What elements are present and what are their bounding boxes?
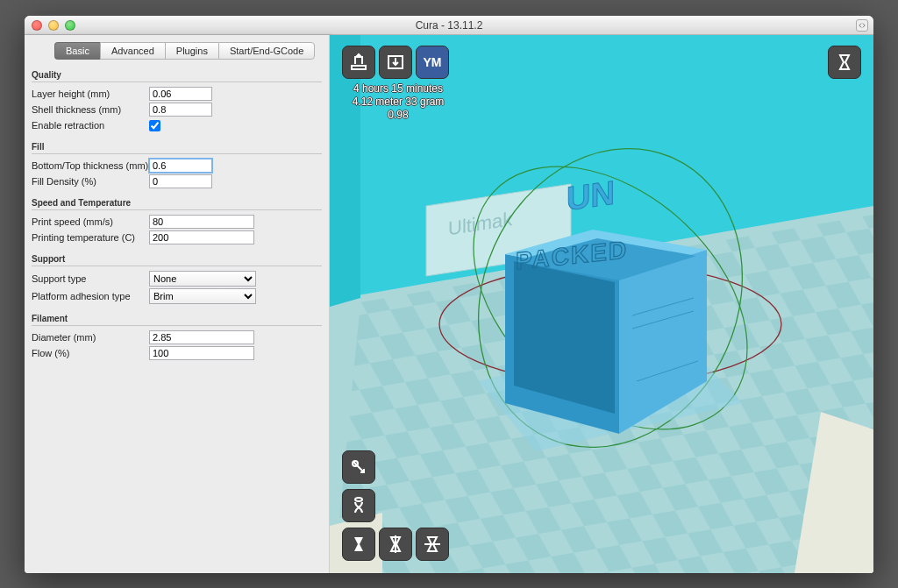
window-title: Cura - 13.11.2 bbox=[25, 19, 873, 32]
label-bottom-top-thickness: Bottom/Top thickness (mm) bbox=[32, 160, 149, 171]
label-platform-adhesion: Platform adhesion type bbox=[32, 291, 149, 301]
toolbar-right bbox=[828, 46, 861, 79]
tab-gcode[interactable]: Start/End-GCode bbox=[218, 42, 315, 60]
select-support-type[interactable]: None bbox=[149, 271, 256, 287]
fullscreen-button[interactable] bbox=[856, 19, 868, 32]
svg-text:UN: UN bbox=[567, 174, 615, 218]
label-diameter: Diameter (mm) bbox=[32, 332, 149, 343]
section-speed-temp: Speed and Temperature bbox=[32, 193, 322, 210]
view-mode-button[interactable] bbox=[828, 46, 861, 79]
rotate-button[interactable] bbox=[342, 450, 375, 484]
titlebar: Cura - 13.11.2 bbox=[25, 16, 873, 35]
label-print-temp: Printing temperature (C) bbox=[32, 232, 149, 243]
label-shell-thickness: Shell thickness (mm) bbox=[32, 104, 149, 115]
stat-cost: 0.98 bbox=[342, 109, 454, 122]
label-enable-retraction: Enable retraction bbox=[32, 120, 149, 131]
save-toolpath-button[interactable] bbox=[379, 46, 412, 79]
youmagine-button[interactable]: YM bbox=[416, 46, 449, 79]
label-support-type: Support type bbox=[32, 273, 149, 284]
label-layer-height: Layer height (mm) bbox=[32, 89, 149, 99]
section-quality: Quality bbox=[32, 65, 322, 82]
section-fill: Fill bbox=[32, 137, 322, 154]
select-platform-adhesion[interactable]: Brim bbox=[149, 288, 256, 304]
checkbox-enable-retraction[interactable] bbox=[149, 120, 160, 131]
print-stats: 4 hours 15 minutes 4.12 meter 33 gram 0.… bbox=[342, 82, 454, 122]
input-layer-height[interactable] bbox=[149, 87, 212, 101]
input-print-speed[interactable] bbox=[149, 215, 254, 229]
mirror-z-button[interactable] bbox=[416, 528, 449, 561]
tab-bar: Basic Advanced Plugins Start/End-GCode bbox=[54, 42, 322, 60]
3d-viewport[interactable]: Ultimak bbox=[330, 35, 873, 573]
scale-button[interactable] bbox=[342, 489, 375, 522]
tab-plugins[interactable]: Plugins bbox=[165, 42, 218, 60]
input-flow[interactable] bbox=[149, 346, 254, 360]
svg-point-28 bbox=[355, 498, 362, 501]
tab-advanced[interactable]: Advanced bbox=[100, 42, 165, 60]
app-window: Cura - 13.11.2 Basic Advanced Plugins St… bbox=[25, 16, 873, 573]
input-shell-thickness[interactable] bbox=[149, 103, 212, 117]
settings-panel: Basic Advanced Plugins Start/End-GCode Q… bbox=[25, 35, 330, 573]
label-flow: Flow (%) bbox=[32, 348, 149, 358]
input-bottom-top-thickness[interactable] bbox=[149, 159, 212, 173]
stat-time: 4 hours 15 minutes bbox=[342, 82, 454, 96]
ym-label: YM bbox=[424, 55, 442, 69]
tab-basic[interactable]: Basic bbox=[54, 42, 100, 60]
label-fill-density: Fill Density (%) bbox=[32, 176, 149, 187]
input-print-temp[interactable] bbox=[149, 230, 254, 244]
load-model-button[interactable] bbox=[342, 46, 375, 79]
section-filament: Filament bbox=[32, 308, 322, 326]
toolbar-top: YM bbox=[342, 46, 449, 79]
section-support: Support bbox=[32, 249, 322, 266]
toolbar-bottom-left bbox=[342, 450, 449, 561]
label-print-speed: Print speed (mm/s) bbox=[32, 216, 149, 227]
mirror-x-button[interactable] bbox=[342, 528, 375, 561]
stat-material: 4.12 meter 33 gram bbox=[342, 96, 454, 109]
input-diameter[interactable] bbox=[149, 330, 254, 344]
input-fill-density[interactable] bbox=[149, 174, 212, 188]
mirror-y-button[interactable] bbox=[379, 528, 412, 561]
